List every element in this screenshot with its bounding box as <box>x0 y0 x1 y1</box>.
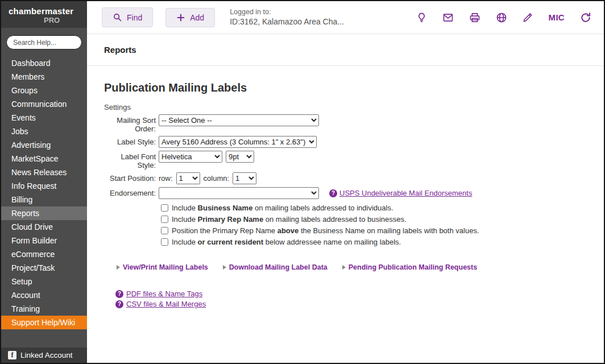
include-business-name-row[interactable]: Include Business Name on mailing labels … <box>161 204 604 212</box>
page-title: Publication Mailing Labels <box>104 81 604 94</box>
add-button-label: Add <box>190 13 204 22</box>
sidebar-item-cloud-drive[interactable]: Cloud Drive <box>1 220 87 234</box>
sidebar-item-events[interactable]: Events <box>1 111 87 125</box>
sidebar-nav: Dashboard Members Groups Communication E… <box>1 55 87 348</box>
sidebar-item-advertising[interactable]: Advertising <box>1 138 87 152</box>
help-link-label[interactable]: PDF files & Name Tags <box>126 289 202 298</box>
action-label: Download Mailing Label Data <box>229 263 328 271</box>
action-links: View/Print Mailing Labels Download Maili… <box>117 263 604 271</box>
checkbox-text-pre: Include <box>172 215 198 224</box>
start-column-select[interactable]: 1 <box>233 172 256 184</box>
label-style-row: Label Style: Avery 5160 Address (3 Colum… <box>104 136 604 148</box>
position-rep-above-checkbox[interactable] <box>161 227 168 234</box>
include-primary-rep-row[interactable]: Include Primary Rep Name on mailing labe… <box>161 215 604 224</box>
pdf-files-name-tags-link[interactable]: ? PDF files & Name Tags <box>115 289 604 298</box>
sidebar-item-news-releases[interactable]: News Releases <box>1 166 87 179</box>
sidebar-item-marketspace[interactable]: MarketSpace <box>1 152 87 166</box>
mailing-sort-order-select[interactable]: -- Select One -- <box>159 114 319 126</box>
checkbox-text-post: on mailing labels addressed to individua… <box>252 204 393 212</box>
sidebar-item-billing[interactable]: Billing <box>1 193 87 206</box>
sidebar-item-training[interactable]: Training <box>1 302 87 316</box>
sidebar: chambermaster PRO Dashboard Members Grou… <box>1 1 87 363</box>
envelope-icon[interactable] <box>442 12 454 23</box>
start-row-select[interactable]: 1 <box>176 172 200 184</box>
linked-account[interactable]: f Linked Account <box>1 348 87 363</box>
label-font-size-select[interactable]: 9pt <box>226 151 254 163</box>
csv-files-mail-merges-link[interactable]: ? CSV files & Mail Merges <box>115 300 604 308</box>
checkbox-text-pre: Include <box>172 238 198 246</box>
refresh-icon[interactable] <box>580 12 591 23</box>
logo-pro-text: PRO <box>9 16 87 24</box>
help-icon: ? <box>115 300 123 308</box>
app-window: chambermaster PRO Dashboard Members Grou… <box>0 0 605 364</box>
checkbox-text-bold: above <box>277 226 299 235</box>
logo-text: chambermaster <box>9 6 87 16</box>
sidebar-item-project-task[interactable]: Project/Task <box>1 261 87 275</box>
include-current-resident-checkbox[interactable] <box>161 238 168 246</box>
triangle-icon <box>223 265 226 270</box>
pencil-icon[interactable] <box>523 12 533 23</box>
triangle-icon <box>117 265 120 270</box>
topbar-icons: MIC <box>416 12 604 23</box>
section-bar: Reports <box>87 34 604 66</box>
view-print-mailing-labels-link[interactable]: View/Print Mailing Labels <box>117 263 208 271</box>
include-current-resident-text: Include or current resident below addres… <box>172 238 401 246</box>
sidebar-item-ecommerce[interactable]: eCommerce <box>1 247 87 261</box>
endorsement-select[interactable] <box>159 187 319 199</box>
position-rep-above-row[interactable]: Position the Primary Rep Name above the … <box>161 226 604 235</box>
checkbox-text-post: below addressee name on mailing labels. <box>263 238 401 246</box>
add-button[interactable]: Add <box>165 8 215 27</box>
logged-in-account: ID:3162, Kalamazoo Area Cha... <box>230 17 344 27</box>
sidebar-item-groups[interactable]: Groups <box>1 84 87 97</box>
lightbulb-icon[interactable] <box>416 12 427 23</box>
sidebar-item-form-builder[interactable]: Form Builder <box>1 234 87 247</box>
mic-menu[interactable]: MIC <box>549 13 565 22</box>
action-label: View/Print Mailing Labels <box>123 263 208 271</box>
help-icon: ? <box>329 189 337 197</box>
label-style-label: Label Style: <box>104 136 159 146</box>
row-label: row: <box>159 174 173 183</box>
logged-in-info: Logged in to: ID:3162, Kalamazoo Area Ch… <box>230 8 344 27</box>
mailing-sort-order-row: Mailing Sort Order: -- Select One -- <box>104 114 604 133</box>
facebook-icon: f <box>8 351 16 359</box>
linked-account-label: Linked Account <box>20 351 73 359</box>
usps-endorsements-link[interactable]: USPS Undeliverable Mail Endorsements <box>339 189 472 197</box>
checkbox-text-bold: Business Name <box>198 204 253 212</box>
breadcrumb: Reports <box>104 45 136 55</box>
label-style-select[interactable]: Avery 5160 Address (3 Columns: 1" x 2.63… <box>159 136 317 148</box>
checkbox-text-bold: or current resident <box>198 238 264 246</box>
include-business-name-checkbox[interactable] <box>161 204 168 212</box>
sidebar-item-jobs[interactable]: Jobs <box>1 125 87 138</box>
globe-icon[interactable] <box>496 12 507 23</box>
sidebar-item-dashboard[interactable]: Dashboard <box>1 56 87 70</box>
pending-publication-mailing-requests-link[interactable]: Pending Publication Mailing Requests <box>342 263 477 271</box>
start-position-row: Start Position: row: 1 column: 1 <box>104 172 604 184</box>
find-button[interactable]: Find <box>102 7 153 27</box>
endorsement-row: Endorsement: ? USPS Undeliverable Mail E… <box>104 187 604 199</box>
sidebar-item-members[interactable]: Members <box>1 70 87 84</box>
sidebar-item-communication[interactable]: Communication <box>1 97 87 111</box>
sidebar-item-support-help-wiki[interactable]: Support Help/Wiki <box>1 316 87 329</box>
sidebar-item-account[interactable]: Account <box>1 288 87 302</box>
include-current-resident-row[interactable]: Include or current resident below addres… <box>161 238 604 246</box>
sidebar-item-reports[interactable]: Reports <box>1 206 87 220</box>
download-mailing-label-data-link[interactable]: Download Mailing Label Data <box>223 263 328 271</box>
search-help-input[interactable] <box>6 35 82 49</box>
logged-in-label: Logged in to: <box>230 8 344 17</box>
include-primary-rep-checkbox[interactable] <box>161 216 168 223</box>
mailing-sort-order-label: Mailing Sort Order: <box>104 114 159 133</box>
sidebar-item-info-request[interactable]: Info Request <box>1 179 87 193</box>
find-button-label: Find <box>127 13 142 22</box>
sidebar-item-setup[interactable]: Setup <box>1 275 87 288</box>
checkbox-text-pre: Position the Primary Rep Name <box>172 226 277 235</box>
checkbox-text-post: the Business Name on mailing labels with… <box>299 226 479 235</box>
plus-icon <box>176 13 185 22</box>
options-checkboxes: Include Business Name on mailing labels … <box>104 204 604 246</box>
label-font-style-row: Label Font Style: Helvetica 9pt <box>104 151 604 169</box>
help-link-label[interactable]: CSV files & Mail Merges <box>126 300 206 308</box>
page-content: Publication Mailing Labels Settings Mail… <box>87 66 604 310</box>
action-label: Pending Publication Mailing Requests <box>349 263 477 271</box>
label-font-select[interactable]: Helvetica <box>159 151 222 163</box>
triangle-icon <box>342 265 346 270</box>
printer-icon[interactable] <box>469 12 480 23</box>
